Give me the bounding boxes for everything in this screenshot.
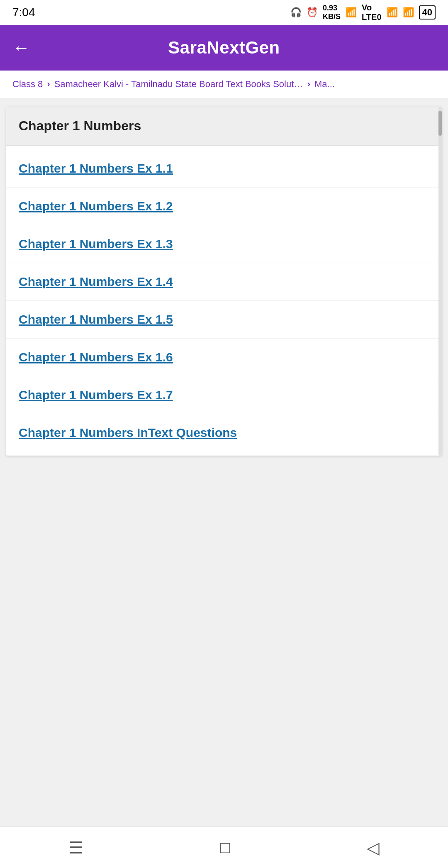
headphone-icon: 🎧 — [290, 7, 302, 18]
breadcrumb-class8[interactable]: Class 8 — [12, 79, 43, 90]
status-icons: 🎧 ⏰ 0.93KB/S 📶 VoLTE0 📶 📶 40 — [290, 3, 436, 22]
chapter-card: Chapter 1 Numbers Chapter 1 Numbers Ex 1… — [6, 107, 442, 456]
breadcrumb-samacheer[interactable]: Samacheer Kalvi - Tamilnadu State Board … — [54, 79, 303, 90]
signal-r-icon: 📶 — [403, 7, 414, 18]
alarm-icon: ⏰ — [307, 7, 318, 18]
lte-icon: VoLTE0 — [362, 3, 381, 22]
data-speed: 0.93KB/S — [323, 4, 341, 21]
menu-icon[interactable]: ☰ — [68, 838, 83, 857]
status-bar: 7:04 🎧 ⏰ 0.93KB/S 📶 VoLTE0 📶 📶 40 — [0, 0, 448, 25]
breadcrumb-separator-2: › — [307, 79, 310, 90]
chapter-item-link-ex17[interactable]: Chapter 1 Numbers Ex 1.7 — [19, 388, 429, 402]
chapter-item-link-ex11[interactable]: Chapter 1 Numbers Ex 1.1 — [19, 161, 429, 176]
chapter-item-link-ex15[interactable]: Chapter 1 Numbers Ex 1.5 — [19, 312, 429, 327]
back-button[interactable]: ← — [12, 39, 30, 56]
main-content: Chapter 1 Numbers Chapter 1 Numbers Ex 1… — [0, 98, 448, 464]
chapter-item-ex14[interactable]: Chapter 1 Numbers Ex 1.4 — [6, 263, 442, 301]
chapter-item-link-ex16[interactable]: Chapter 1 Numbers Ex 1.6 — [19, 350, 429, 364]
chapter-item-ex11[interactable]: Chapter 1 Numbers Ex 1.1 — [6, 150, 442, 188]
battery-icon: 40 — [419, 5, 436, 20]
card-scrollbar — [438, 107, 442, 456]
chapter-header: Chapter 1 Numbers — [6, 107, 442, 146]
back-nav-icon[interactable]: ◁ — [367, 838, 380, 857]
wifi-icon: 📶 — [346, 7, 357, 18]
home-icon[interactable]: □ — [220, 838, 230, 857]
chapter-item-link-ex12[interactable]: Chapter 1 Numbers Ex 1.2 — [19, 199, 429, 213]
app-title: SaraNextGen — [168, 38, 280, 58]
status-time: 7:04 — [12, 6, 35, 19]
chapter-items-list: Chapter 1 Numbers Ex 1.1 Chapter 1 Numbe… — [6, 146, 442, 456]
chapter-item-ex17[interactable]: Chapter 1 Numbers Ex 1.7 — [6, 376, 442, 414]
breadcrumb-ma[interactable]: Ma... — [314, 79, 335, 90]
empty-space — [0, 464, 448, 713]
app-bar: ← SaraNextGen — [0, 25, 448, 71]
chapter-item-ex16[interactable]: Chapter 1 Numbers Ex 1.6 — [6, 339, 442, 376]
breadcrumb-separator-1: › — [47, 79, 50, 90]
signal-icon: 📶 — [387, 7, 398, 18]
chapter-item-link-ex13[interactable]: Chapter 1 Numbers Ex 1.3 — [19, 237, 429, 251]
bottom-nav: ☰ □ ◁ — [0, 827, 448, 868]
chapter-item-link-intext[interactable]: Chapter 1 Numbers InText Questions — [19, 426, 429, 440]
chapter-item-link-ex14[interactable]: Chapter 1 Numbers Ex 1.4 — [19, 275, 429, 289]
chapter-item-ex12[interactable]: Chapter 1 Numbers Ex 1.2 — [6, 188, 442, 225]
breadcrumb: Class 8 › Samacheer Kalvi - Tamilnadu St… — [0, 71, 448, 98]
chapter-item-ex15[interactable]: Chapter 1 Numbers Ex 1.5 — [6, 301, 442, 339]
card-scrollbar-thumb — [438, 111, 442, 136]
chapter-item-intext[interactable]: Chapter 1 Numbers InText Questions — [6, 414, 442, 451]
chapter-header-title: Chapter 1 Numbers — [19, 118, 141, 133]
chapter-card-wrapper: Chapter 1 Numbers Chapter 1 Numbers Ex 1… — [6, 107, 442, 456]
chapter-item-ex13[interactable]: Chapter 1 Numbers Ex 1.3 — [6, 225, 442, 263]
